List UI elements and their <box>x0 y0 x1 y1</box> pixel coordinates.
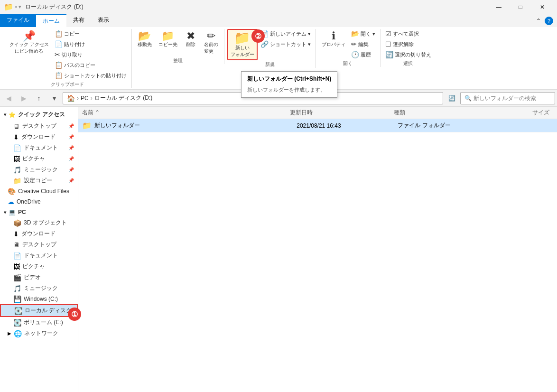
clipboard-right: 📋 コピー 📄 貼り付け ✂ 切り取り 📋 パスのコピー <box>53 29 129 80</box>
quick-access-expand-icon: ▾ <box>4 112 6 117</box>
sidebar-item-pictures[interactable]: 🖼 ピクチャ 📌 <box>0 153 78 164</box>
open-button[interactable]: 📂 開く ▾ <box>349 29 377 38</box>
quick-access-pin-button[interactable]: 📌 クイック アクセスにピン留める <box>7 29 52 56</box>
sidebar-item-desktop[interactable]: 🖥 デスクトップ 📌 <box>0 121 78 131</box>
sidebar-pictures-label: ピクチャ <box>22 155 45 163</box>
edit-button[interactable]: ✏ 編集 <box>349 39 377 49</box>
col-header-type: 種類 <box>394 109 498 117</box>
minimize-button[interactable]: — <box>488 0 510 14</box>
forward-button[interactable]: ▶ <box>17 92 30 105</box>
sidebar-item-volume-e[interactable]: 💽 ボリューム (E:) <box>0 317 78 328</box>
file-date: 2021/08/21 16:43 <box>297 122 398 129</box>
refresh-button[interactable]: 🔄 <box>445 92 458 105</box>
title-bar-icons: 📁 ▪ ▾ <box>4 2 21 11</box>
select-all-icon: ☑ <box>385 30 391 37</box>
title-bar-small-icons: ▪ ▾ <box>15 4 21 10</box>
select-label: 選択 <box>403 60 413 67</box>
sidebar-item-onedrive[interactable]: ☁ OneDrive <box>0 196 78 207</box>
paste-shortcut-button[interactable]: 📋 ショートカットの貼り付け <box>53 71 129 80</box>
ribbon-help-icon[interactable]: ? <box>545 17 553 25</box>
paste-button[interactable]: 📄 貼り付け <box>53 39 129 49</box>
sidebar-item-3d[interactable]: 📦 3D オブジェクト <box>0 217 78 228</box>
copy-button[interactable]: 📋 コピー <box>53 29 129 38</box>
copy-path-button[interactable]: 📋 パスのコピー <box>53 60 129 70</box>
invert-icon: 🔄 <box>385 51 393 58</box>
music-icon: 🎵 <box>13 166 21 174</box>
downloads-icon: ⬇ <box>13 133 19 141</box>
new-label: 新規 <box>265 61 275 68</box>
shortcut-button[interactable]: 🔗 ショートカット ▾ <box>259 39 313 49</box>
sidebar-item-dl[interactable]: ⬇ ダウンロード <box>0 228 78 239</box>
file-name: 新しいフォルダー <box>94 121 297 130</box>
ribbon-group-select: ☑ すべて選択 ☐ 選択解除 🔄 選択の切り替え 選択 <box>381 29 436 67</box>
quick-access-label: クイック アクセス <box>18 111 65 119</box>
table-row[interactable]: 📁 新しいフォルダー 2021/08/21 16:43 ファイル フォルダー <box>78 119 557 132</box>
open-right: 📂 開く ▾ ✏ 編集 🕐 履歴 <box>349 29 377 59</box>
badge-1: ① <box>68 308 81 321</box>
up-button[interactable]: ↑ <box>32 92 46 105</box>
sidebar-item-downloads[interactable]: ⬇ ダウンロード 📌 <box>0 131 78 142</box>
back-button[interactable]: ◀ <box>2 92 15 105</box>
maximize-button[interactable]: □ <box>510 0 531 14</box>
sidebar-item-doc[interactable]: 📄 ドキュメント <box>0 250 78 261</box>
tab-file[interactable]: ファイル <box>0 14 36 27</box>
ribbon-tabs: ファイル ホーム 共有 表示 ⌃ ? <box>0 14 557 27</box>
pc-icon: 💻 <box>9 209 16 215</box>
select-all-button[interactable]: ☑ すべて選択 <box>383 29 433 38</box>
title-text: ローカル ディスク (D:) <box>25 3 488 11</box>
sidebar-item-creative-cloud[interactable]: 🎨 Creative Cloud Files <box>0 186 78 196</box>
dsk-icon: 🖥 <box>13 241 20 249</box>
search-box: 🔍 <box>460 92 555 104</box>
sidebar-item-settings-copy[interactable]: 📁 設定コピー 📌 <box>0 175 78 186</box>
ribbon-group-open: ℹ プロパティ 📂 開く ▾ ✏ 編集 🕐 履歴 <box>316 29 381 67</box>
new-right: 📄 新しいアイテム ▾ 🔗 ショートカット ▾ <box>259 29 313 49</box>
close-button[interactable]: ✕ <box>531 0 553 14</box>
history-button[interactable]: 🕐 履歴 <box>349 50 377 59</box>
quick-access-header[interactable]: ▾ ⭐ クイック アクセス <box>0 109 78 121</box>
deselect-icon: ☐ <box>385 40 391 48</box>
sidebar-item-dsk[interactable]: 🖥 デスクトップ <box>0 239 78 250</box>
recent-button[interactable]: ▾ <box>47 92 61 105</box>
col-header-date: 更新日時 <box>290 109 394 117</box>
tab-view[interactable]: 表示 <box>91 14 116 27</box>
network-icon: 🌐 <box>14 330 22 337</box>
sidebar-item-video[interactable]: 🎬 ビデオ <box>0 272 78 283</box>
properties-button[interactable]: ℹ プロパティ <box>319 29 348 50</box>
sidebar-item-pic[interactable]: 🖼 ピクチャ <box>0 261 78 272</box>
pc-header[interactable]: ▾ 💻 PC <box>0 207 78 217</box>
network-expand-icon: ▶ <box>8 331 11 336</box>
sidebar-item-music[interactable]: 🎵 ミュージック 📌 <box>0 164 78 175</box>
new-items: 📁 新しいフォルダー 📄 新しいアイテム ▾ 🔗 ショートカット ▾ <box>227 29 313 60</box>
scissors-icon: ✂ <box>55 51 60 58</box>
sidebar-item-documents[interactable]: 📄 ドキュメント 📌 <box>0 142 78 153</box>
deselect-button[interactable]: ☐ 選択解除 <box>383 39 433 49</box>
search-icon: 🔍 <box>464 95 472 102</box>
new-item-button[interactable]: 📄 新しいアイテム ▾ <box>259 29 313 38</box>
video-icon: 🎬 <box>13 274 21 281</box>
delete-button[interactable]: ✖ 削除 <box>181 29 200 50</box>
sidebar-item-local-disk-d[interactable]: 💽 ローカル ディスク (D:) <box>0 304 78 317</box>
ribbon-group-new: 📁 新しいフォルダー 📄 新しいアイテム ▾ 🔗 ショートカット ▾ 新規 <box>224 29 316 68</box>
move-to-button[interactable]: 📂 移動先 <box>135 29 155 50</box>
ribbon-group-clipboard: 📌 クイック アクセスにピン留める 📋 コピー 📄 貼り付け ✂ 切り取り <box>4 29 132 88</box>
doc-icon: 📄 <box>13 252 21 260</box>
sidebar-item-mus[interactable]: 🎵 ミュージック <box>0 283 78 294</box>
paste-icon: 📄 <box>55 40 63 48</box>
rename-button[interactable]: ✏ 名前の変更 <box>201 29 221 56</box>
sidebar-creative-cloud-label: Creative Cloud Files <box>18 188 69 195</box>
tab-share[interactable]: 共有 <box>66 14 91 27</box>
ribbon-collapse-icon[interactable]: ⌃ <box>536 18 541 24</box>
copy-to-button[interactable]: 📁 コピー先 <box>156 29 180 50</box>
sidebar-item-windows-c[interactable]: 💾 Windows (C:) <box>0 294 78 304</box>
cut-button[interactable]: ✂ 切り取り <box>53 50 129 59</box>
pictures-icon: 🖼 <box>13 155 20 163</box>
sidebar-downloads-label: ダウンロード <box>21 133 56 141</box>
tab-home[interactable]: ホーム <box>36 14 66 27</box>
local-disk-icon: 💽 <box>14 307 22 315</box>
folder-icon: 📁 <box>82 121 92 130</box>
search-input[interactable] <box>473 95 551 102</box>
organize-items: 📂 移動先 📁 コピー先 ✖ 削除 ✏ 名前の変更 <box>135 29 221 56</box>
desktop-icon: 🖥 <box>13 122 20 130</box>
invert-selection-button[interactable]: 🔄 選択の切り替え <box>383 50 433 59</box>
sidebar-item-network[interactable]: ▶ 🌐 ネットワーク <box>0 328 78 339</box>
